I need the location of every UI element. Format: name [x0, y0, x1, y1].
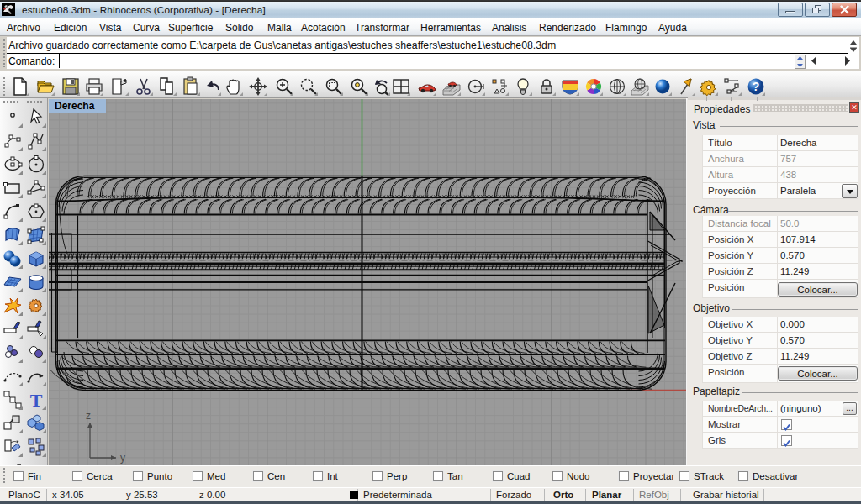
svg-text:T: T: [30, 390, 43, 411]
svg-text:y: y: [120, 452, 125, 464]
svg-text:z: z: [86, 410, 91, 422]
svg-text:?: ?: [753, 80, 760, 93]
